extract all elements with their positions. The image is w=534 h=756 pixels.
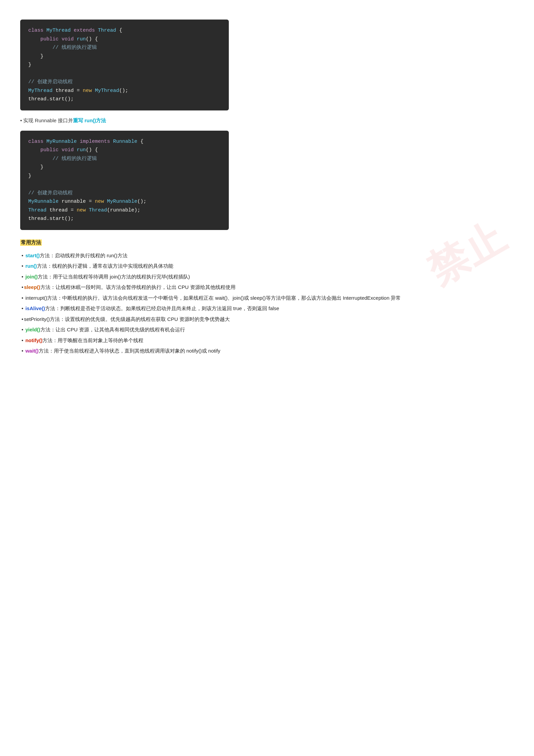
code-line: // 线程的执行逻辑: [28, 155, 221, 163]
bullet-setpriority: •setPriority()方法：设置线程的优先级。优先级越高的线程在获取 CP…: [22, 315, 514, 324]
code-line: }: [28, 172, 221, 180]
common-methods-section: 常用方法 • start()方法：启动线程并执行线程的 run()方法 • ru…: [20, 239, 514, 355]
code-line: class MyThread extends Thread {: [28, 26, 221, 35]
bullet-run: • run()方法：线程的执行逻辑，通常在该方法中实现线程的具体功能: [22, 262, 514, 270]
bullet-sleep: •sleep()方法：让线程休眠一段时间。该方法会暂停线程的执行，让出 CPU …: [22, 283, 514, 292]
bullet-notify: • notify()方法：用于唤醒在当前对象上等待的单个线程: [22, 336, 514, 345]
code-line: thread.start();: [28, 95, 221, 104]
code-line: // 创建并启动线程: [28, 189, 221, 198]
code-line: MyThread thread = new MyThread();: [28, 87, 221, 95]
code-line: thread.start();: [28, 215, 221, 223]
intro-bullet-runnable: • 实现 Runnable 接口并重写 run()方法: [20, 117, 514, 125]
bullet-yield: • yield()方法：让出 CPU 资源，让其他具有相同优先级的线程有机会运行: [22, 325, 514, 334]
code-line: // 创建并启动线程: [28, 78, 221, 87]
code-line: }: [28, 52, 221, 61]
code-line: MyRunnable runnable = new MyRunnable();: [28, 197, 221, 206]
code-line: public void run() {: [28, 146, 221, 155]
bullet-join: • join()方法：用于让当前线程等待调用 join()方法的线程执行完毕(线…: [22, 272, 514, 281]
code-line: }: [28, 61, 221, 69]
code-block-myrunnable: class MyRunnable implements Runnable { p…: [20, 131, 229, 230]
bullet-start: • start()方法：启动线程并执行线程的 run()方法: [22, 251, 514, 260]
code-line: Thread thread = new Thread(runnable);: [28, 206, 221, 215]
section-title: 常用方法: [20, 239, 514, 249]
bullet-isalive: • isAlive()方法：判断线程是否处于活动状态。如果线程已经启动并且尚未终…: [22, 304, 514, 313]
bullet-wait: • wait()方法：用于使当前线程进入等待状态，直到其他线程调用该对象的 no…: [22, 347, 514, 355]
code-line: class MyRunnable implements Runnable {: [28, 137, 221, 146]
code-line: // 线程的执行逻辑: [28, 43, 221, 52]
bullet-interrupt: • interrupt()方法：中断线程的执行。该方法会向线程发送一个中断信号，…: [22, 294, 514, 302]
code-block-mythread: class MyThread extends Thread { public v…: [20, 20, 229, 110]
code-line: }: [28, 163, 221, 172]
code-line: public void run() {: [28, 35, 221, 44]
